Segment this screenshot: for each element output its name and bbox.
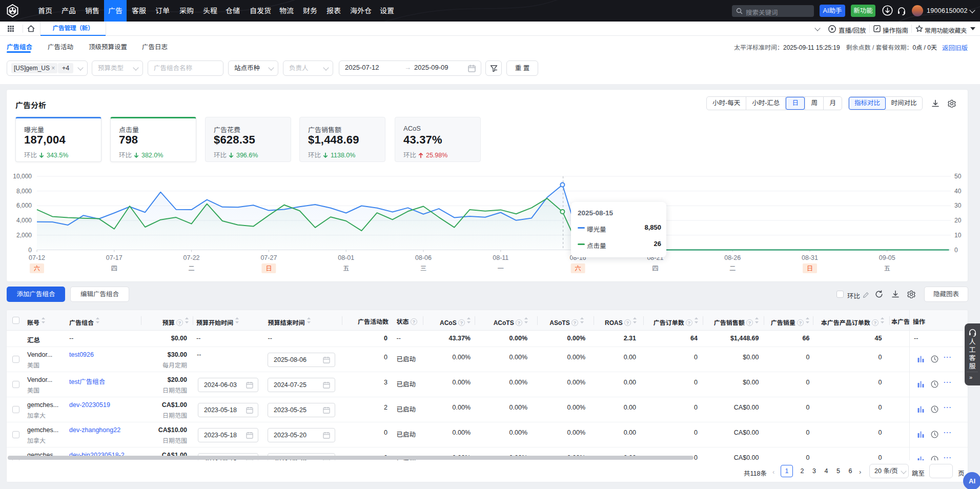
svg-text:6,000: 6,000 — [16, 202, 32, 209]
svg-text:08-26: 08-26 — [724, 254, 741, 261]
svg-text:08-31: 08-31 — [802, 254, 818, 261]
svg-text:六: 六 — [34, 265, 40, 272]
svg-text:六: 六 — [575, 265, 581, 272]
svg-text:07-22: 07-22 — [183, 254, 200, 261]
svg-text:07-12: 07-12 — [29, 254, 45, 261]
svg-text:30: 30 — [954, 202, 962, 209]
svg-text:二: 二 — [729, 265, 736, 272]
svg-text:08-11: 08-11 — [493, 254, 508, 261]
svg-text:20: 20 — [954, 217, 962, 224]
svg-text:10: 10 — [954, 232, 962, 239]
svg-text:三: 三 — [420, 265, 427, 272]
svg-text:0: 0 — [954, 247, 958, 254]
svg-text:40: 40 — [954, 188, 962, 195]
svg-text:07-17: 07-17 — [106, 254, 122, 261]
svg-text:二: 二 — [188, 265, 195, 272]
svg-text:50: 50 — [954, 173, 962, 180]
svg-text:四: 四 — [111, 265, 118, 272]
svg-text:日: 日 — [266, 265, 272, 272]
svg-text:08-06: 08-06 — [415, 254, 432, 261]
svg-text:五: 五 — [884, 265, 891, 272]
svg-text:4,000: 4,000 — [16, 217, 32, 224]
svg-text:8,000: 8,000 — [16, 188, 32, 195]
svg-text:日: 日 — [807, 265, 813, 272]
svg-text:09-05: 09-05 — [879, 254, 895, 261]
svg-text:2,000: 2,000 — [16, 232, 32, 239]
svg-text:07-27: 07-27 — [260, 254, 277, 261]
svg-text:08-01: 08-01 — [338, 254, 354, 261]
svg-text:10,000: 10,000 — [13, 173, 32, 180]
svg-text:五: 五 — [343, 265, 350, 272]
svg-text:四: 四 — [652, 265, 659, 272]
svg-text:一: 一 — [498, 265, 504, 272]
svg-text:0: 0 — [28, 247, 32, 254]
